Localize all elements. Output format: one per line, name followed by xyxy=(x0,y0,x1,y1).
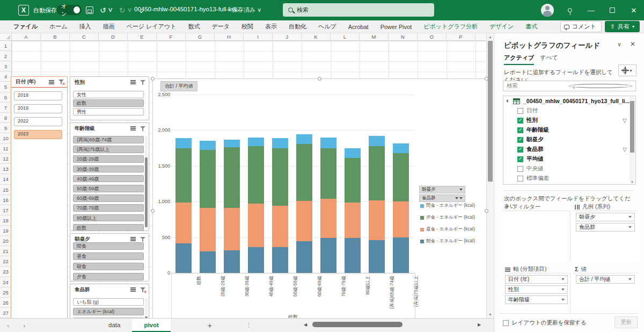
restore-button[interactable] xyxy=(610,8,615,13)
ribbon-contextual-tab-1[interactable]: デザイン xyxy=(484,20,519,33)
horizontal-scrollbar[interactable]: ◀ ▶ xyxy=(304,321,484,328)
bar-segment[interactable] xyxy=(224,208,240,250)
axis-item-1[interactable]: 性別 xyxy=(505,285,568,294)
slicer-gender[interactable]: 性別女性総数男性 xyxy=(70,76,149,120)
pane-collapse-icon[interactable]: ∨ xyxy=(617,41,621,48)
chart-bar-7[interactable] xyxy=(345,148,361,273)
ribbon-contextual-tab-0[interactable]: ピボットグラフ分析 xyxy=(418,20,484,33)
ribbon-tab-1[interactable]: ホーム xyxy=(43,20,74,33)
undo-button[interactable]: ↺ ˅ xyxy=(100,4,113,16)
field-checkbox[interactable] xyxy=(517,166,523,172)
legend-field-button-1[interactable]: 食品群 xyxy=(419,194,465,202)
bar-segment[interactable] xyxy=(248,204,264,247)
tab-active-fields[interactable]: アクティブ xyxy=(504,54,534,65)
bar-segment[interactable] xyxy=(369,200,385,240)
bar-segment[interactable] xyxy=(296,201,312,241)
bar-segment[interactable] xyxy=(272,206,288,247)
field-checkbox[interactable] xyxy=(517,156,523,162)
chart-bar-2[interactable] xyxy=(224,140,240,273)
comments-button[interactable]: コメント xyxy=(560,21,602,32)
tab-all-fields[interactable]: すべて xyxy=(540,54,558,62)
excel-app-icon[interactable]: X xyxy=(18,5,29,16)
field-row-4[interactable]: 食品群▽ xyxy=(503,145,635,154)
ribbon-tab-3[interactable]: 描画 xyxy=(97,20,121,33)
chart-selection-handle-4[interactable] xyxy=(485,209,488,213)
slicer-item-gender-2[interactable]: 男性 xyxy=(73,108,144,116)
search-box[interactable]: 検索 xyxy=(283,3,434,17)
bar-segment[interactable] xyxy=(175,138,192,148)
ribbon-tab-file[interactable]: ファイル xyxy=(8,20,43,33)
slicer-item-meal-0[interactable]: 間食 xyxy=(73,242,144,250)
minimize-button[interactable]: — xyxy=(586,6,596,15)
slicer-age-scrollbar[interactable] xyxy=(145,136,148,228)
field-row-2[interactable]: 年齢階級 xyxy=(503,125,635,135)
slicer-item-food-1[interactable]: エネルギー (kcal) xyxy=(73,308,144,315)
slicer-item-age-8[interactable]: 80歳以上 xyxy=(73,214,144,222)
bar-segment[interactable] xyxy=(369,240,385,273)
slicer-item-meal-1[interactable]: 昼食 xyxy=(73,252,144,260)
field-checkbox[interactable] xyxy=(517,176,523,182)
field-row-3[interactable]: 朝昼夕 xyxy=(503,135,635,145)
chart-bar-9[interactable] xyxy=(393,143,409,273)
ribbon-tab-5[interactable]: 数式 xyxy=(182,20,206,33)
update-button[interactable]: 更新 xyxy=(614,316,638,328)
bar-segment[interactable] xyxy=(369,136,385,146)
chart-selection-handle-1[interactable] xyxy=(318,77,321,81)
slicer-item-date-3[interactable]: 2023 xyxy=(14,130,62,139)
bar-segment[interactable] xyxy=(296,134,312,143)
defer-layout-checkbox[interactable] xyxy=(503,320,509,326)
field-checkbox[interactable] xyxy=(517,118,523,124)
bar-segment[interactable] xyxy=(200,208,216,251)
slicer-item-age-4[interactable]: 40歳-49歳 xyxy=(73,175,144,183)
slicer-age-scroll-thumb[interactable] xyxy=(145,157,148,227)
slicer-item-age-0[interactable]: (再掲)65歳-74歳 xyxy=(73,136,144,143)
field-row-6[interactable]: 中央値 xyxy=(503,164,635,174)
legend-drop-area[interactable]: 朝昼夕食品群 xyxy=(574,211,637,261)
table-expander-icon[interactable] xyxy=(506,99,509,103)
slicer-item-age-6[interactable]: 60歳-69歳 xyxy=(73,194,144,202)
clear-filter-icon[interactable] xyxy=(140,236,146,242)
sheet-nav-right-icon[interactable]: › xyxy=(16,322,32,329)
multi-select-icon[interactable] xyxy=(130,80,136,81)
bar-segment[interactable] xyxy=(345,238,361,273)
field-row-7[interactable]: 標準偏差 xyxy=(503,174,635,183)
bar-segment[interactable] xyxy=(200,141,216,150)
sheetbar-menu-icon[interactable]: ⋮ xyxy=(246,322,252,329)
legend-item-2[interactable]: 昼食 - エネルギー (kcal) xyxy=(420,226,475,233)
bar-segment[interactable] xyxy=(224,140,240,147)
autosave-toggle[interactable]: オン xyxy=(57,5,82,15)
axis-item-2[interactable]: 年齢階級 xyxy=(505,295,568,304)
bar-segment[interactable] xyxy=(224,250,240,273)
clear-filter-icon[interactable] xyxy=(140,80,146,85)
bar-segment[interactable] xyxy=(320,148,336,199)
slicer-item-gender-1[interactable]: 総数 xyxy=(73,99,144,107)
multi-select-icon[interactable] xyxy=(130,237,136,238)
scroll-left-icon[interactable]: ◀ xyxy=(304,322,310,327)
chart-bar-3[interactable] xyxy=(248,138,264,273)
ribbon-tab-12[interactable]: Power Pivot xyxy=(375,21,418,32)
bar-segment[interactable] xyxy=(345,158,361,203)
bar-segment[interactable] xyxy=(393,237,409,273)
legend-item-3[interactable]: 朝食 - エネルギー (kcal) xyxy=(420,238,475,244)
multi-select-icon[interactable] xyxy=(49,80,54,81)
slicer-item-date-2[interactable]: 2022 xyxy=(14,117,62,126)
ribbon-tab-9[interactable]: 自動化 xyxy=(283,20,312,33)
slicer-age[interactable]: 年齢階級(再掲)65歳-74歳(再掲)75歳以上20歳-29歳30歳-39歳40… xyxy=(70,122,149,231)
chart-bar-0[interactable] xyxy=(175,138,192,273)
ribbon-tab-4[interactable]: ページ レイアウト xyxy=(121,20,182,33)
bar-segment[interactable] xyxy=(320,199,336,238)
field-row-5[interactable]: 平均値 xyxy=(503,154,635,164)
legend-item-0[interactable]: 朝昼夕 xyxy=(576,213,635,221)
sheet-nav-left-icon[interactable]: ‹ xyxy=(0,322,16,329)
field-list-scrollbar[interactable]: ▼ xyxy=(630,97,635,185)
chart-selection-handle-0[interactable] xyxy=(151,77,155,81)
legend-field-button-0[interactable]: 朝昼夕 xyxy=(419,186,465,193)
bar-segment[interactable] xyxy=(175,148,192,203)
slicer-date[interactable]: 日付 (年)✕2018201920222023 xyxy=(11,76,68,332)
ribbon-tab-6[interactable]: データ xyxy=(206,20,236,33)
chart-selection-handle-2[interactable] xyxy=(485,77,488,81)
save-icon[interactable] xyxy=(86,6,93,14)
bar-segment[interactable] xyxy=(296,241,312,273)
slicer-item-gender-0[interactable]: 女性 xyxy=(73,91,144,98)
bar-segment[interactable] xyxy=(345,148,361,158)
